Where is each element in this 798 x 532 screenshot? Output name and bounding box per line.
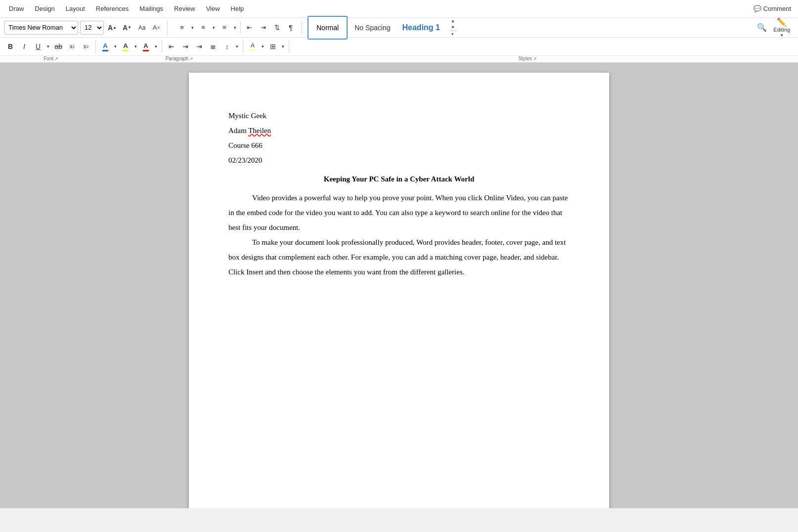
editing-group[interactable]: ✏️ Editing ▾ — [773, 17, 790, 38]
doc-line-2: Adam Theilen — [228, 123, 570, 138]
justify-button[interactable]: ≣ — [207, 40, 220, 53]
borders-dropdown[interactable]: ▾ — [280, 40, 286, 53]
multilevel-dropdown[interactable]: ▾ — [231, 21, 238, 34]
style-normal[interactable]: Normal — [308, 16, 348, 40]
bold-button[interactable]: B — [4, 40, 17, 53]
styles-scroll: ▲ ▼ ▾ — [449, 18, 457, 38]
text-color-button[interactable]: A — [139, 40, 152, 53]
search-button[interactable]: 🔍 — [754, 20, 769, 35]
doc-para-2: To make your document look professionall… — [228, 235, 570, 279]
doc-line-2-prefix: Adam — [228, 127, 248, 134]
group-labels: Font ↗ Paragraph ↗ Styles ↗ — [0, 55, 798, 62]
underline-dropdown[interactable]: ▾ — [45, 40, 51, 53]
styles-scroll-up[interactable]: ▲ — [449, 18, 457, 24]
numbering-group: ≡ ▾ — [197, 21, 217, 34]
line-spacing-dropdown[interactable]: ▾ — [234, 40, 240, 53]
para-group-label[interactable]: Paragraph ↗ — [98, 56, 261, 61]
format-para-group: ⇤ ⇥ ⇥ ≣ ↕ ▾ — [165, 40, 243, 53]
align-left-button[interactable]: ⇤ — [165, 40, 178, 53]
borders-button[interactable]: ⊞ — [266, 40, 279, 53]
para-separator-1 — [240, 22, 241, 34]
line-spacing-button[interactable]: ↕ — [221, 40, 233, 53]
font-color-bar — [102, 50, 108, 51]
font-color-button[interactable]: A — [99, 40, 112, 53]
menu-right: 💬 Comment — [751, 4, 794, 13]
shading-dropdown[interactable]: ▾ — [260, 40, 266, 53]
font-group: Times New Roman 12 A▲ A▼ Aa A✕ — [4, 21, 168, 35]
numbering-dropdown[interactable]: ▾ — [210, 21, 217, 34]
highlight-bar — [123, 50, 129, 51]
increase-indent-button[interactable]: ⇥ — [257, 21, 269, 34]
menu-item-view[interactable]: View — [201, 3, 225, 14]
show-para-button[interactable]: ¶ — [284, 21, 297, 34]
multilevel-button[interactable]: ≡ — [218, 21, 231, 34]
menu-item-help[interactable]: Help — [226, 3, 249, 14]
styles-dialog-icon: ↗ — [533, 56, 537, 61]
highlight-group: A ▾ — [119, 40, 138, 53]
highlight-button[interactable]: A — [119, 40, 132, 53]
bullets-button[interactable]: ≡ — [176, 21, 188, 34]
highlight-dropdown[interactable]: ▾ — [133, 40, 138, 53]
search-icon: 🔍 — [757, 23, 767, 32]
styles-group-label[interactable]: Styles ↗ — [261, 56, 794, 61]
menu-item-design[interactable]: Design — [30, 3, 59, 14]
toolbar-row1: Times New Roman 12 A▲ A▼ Aa A✕ ≡ ▾ ≡ ▾ ≡… — [0, 18, 798, 38]
editing-icon: ✏️ — [777, 17, 787, 27]
shading-group: A ▾ — [246, 40, 266, 53]
ribbon-right: 🔍 ✏️ Editing ▾ — [754, 17, 794, 38]
document-area: Mystic Geek Adam Theilen Course 666 02/2… — [0, 63, 798, 508]
comment-button[interactable]: 💬 Comment — [751, 4, 794, 13]
para-group: ≡ ▾ ≡ ▾ ≡ ▾ ⇤ ⇥ ⇅ ¶ — [172, 21, 302, 34]
font-color-group: A ▾ — [99, 40, 118, 53]
decrease-indent-button[interactable]: ⇤ — [243, 21, 256, 34]
italic-button[interactable]: I — [18, 40, 31, 53]
bullets-group: ≡ ▾ — [176, 21, 196, 34]
document-page[interactable]: Mystic Geek Adam Theilen Course 666 02/2… — [189, 73, 609, 508]
subscript-button[interactable]: x2 — [66, 40, 79, 53]
change-case-button[interactable]: Aa — [135, 21, 148, 34]
bullets-dropdown[interactable]: ▾ — [189, 21, 196, 34]
style-heading1[interactable]: Heading 1 — [398, 16, 445, 40]
doc-line-1: Mystic Geek — [228, 108, 570, 123]
text-color-dropdown[interactable]: ▾ — [153, 40, 159, 53]
increase-font-button[interactable]: A▲ — [106, 21, 119, 34]
multilevel-group: ≡ ▾ — [218, 21, 238, 34]
comment-icon: 💬 — [754, 5, 761, 12]
decrease-font-button[interactable]: A▼ — [121, 21, 133, 34]
underline-button[interactable]: U — [32, 40, 44, 53]
shading-button[interactable]: A — [246, 40, 259, 53]
editing-dropdown-icon: ▾ — [781, 33, 783, 38]
numbering-button[interactable]: ≡ — [197, 21, 210, 34]
borders-group: ⊞ ▾ — [266, 40, 286, 53]
doc-line-3: Course 666 — [228, 138, 570, 153]
superscript-button[interactable]: x2 — [80, 40, 92, 53]
font-color-dropdown[interactable]: ▾ — [112, 40, 118, 53]
doc-line-4: 02/23/2020 — [228, 153, 570, 168]
clear-format-button[interactable]: A✕ — [150, 21, 163, 34]
align-center-button[interactable]: ⇥ — [179, 40, 192, 53]
format-shade-group: A ▾ ⊞ ▾ — [246, 40, 289, 53]
strikethrough-button[interactable]: ab — [52, 40, 65, 53]
styles-expand-button[interactable]: ▾ — [449, 31, 457, 38]
styles-scroll-down[interactable]: ▼ — [449, 24, 457, 30]
menu-item-layout[interactable]: Layout — [61, 3, 90, 14]
style-no-spacing[interactable]: No Spacing — [350, 16, 395, 40]
toolbar-row2: B I U ▾ ab x2 x2 A ▾ A — [0, 38, 798, 55]
font-size-select[interactable]: 12 — [80, 21, 104, 35]
font-name-select[interactable]: Times New Roman — [4, 21, 78, 35]
sort-button[interactable]: ⇅ — [270, 21, 283, 34]
styles-group: Normal No Spacing Heading 1 ▲ ▼ ▾ — [304, 16, 753, 40]
font-group-label[interactable]: Font ↗ — [4, 56, 98, 61]
font-dialog-icon: ↗ — [54, 56, 58, 61]
doc-para-1: Video provides a powerful way to help yo… — [228, 190, 570, 235]
align-right-button[interactable]: ⇥ — [193, 40, 206, 53]
shading-bar — [250, 49, 256, 51]
menu-item-mailings[interactable]: Mailings — [134, 3, 168, 14]
menu-item-review[interactable]: Review — [169, 3, 200, 14]
format-group-2: A ▾ A ▾ A ▾ — [99, 40, 162, 53]
menu-items: DrawDesignLayoutReferencesMailingsReview… — [4, 3, 249, 14]
menu-item-references[interactable]: References — [91, 3, 133, 14]
comment-label: Comment — [763, 5, 791, 12]
menu-item-draw[interactable]: Draw — [4, 3, 29, 14]
format-group-1: B I U ▾ ab x2 x2 — [4, 40, 96, 53]
